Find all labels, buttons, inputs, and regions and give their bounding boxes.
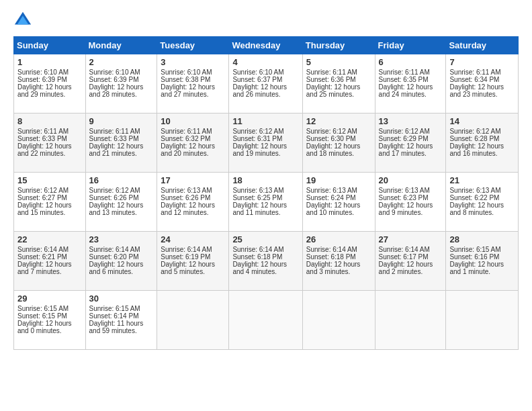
daylight-text: Daylight: 12 hours and 22 minutes.	[17, 142, 72, 157]
sunset-text: Sunset: 6:35 PM	[379, 76, 429, 83]
day-number: 18	[232, 175, 298, 185]
daylight-text: Daylight: 12 hours and 21 minutes.	[89, 142, 144, 157]
daylight-text: Daylight: 12 hours and 11 minutes.	[232, 201, 287, 216]
day-number: 3	[161, 57, 225, 67]
day-number: 4	[232, 57, 298, 67]
calendar-cell: 17 Sunrise: 6:13 AM Sunset: 6:26 PM Dayl…	[157, 173, 229, 232]
col-header-sunday: Sunday	[14, 37, 86, 54]
sunset-text: Sunset: 6:22 PM	[449, 194, 499, 201]
sunrise-text: Sunrise: 6:13 AM	[161, 187, 212, 194]
day-number: 29	[17, 293, 82, 304]
day-number: 5	[306, 57, 371, 67]
day-number: 13	[379, 116, 443, 126]
sunset-text: Sunset: 6:15 PM	[17, 312, 67, 320]
day-number: 15	[17, 175, 82, 185]
day-number: 10	[161, 116, 225, 126]
calendar-cell: 28 Sunrise: 6:15 AM Sunset: 6:16 PM Dayl…	[446, 232, 519, 291]
sunset-text: Sunset: 6:21 PM	[17, 253, 67, 261]
daylight-text: Daylight: 12 hours and 13 minutes.	[89, 201, 144, 216]
calendar-week-0: 1 Sunrise: 6:10 AM Sunset: 6:39 PM Dayli…	[14, 54, 519, 113]
day-number: 21	[449, 175, 515, 185]
calendar-cell: 23 Sunrise: 6:14 AM Sunset: 6:20 PM Dayl…	[85, 232, 157, 291]
sunrise-text: Sunrise: 6:12 AM	[449, 128, 500, 135]
sunrise-text: Sunrise: 6:15 AM	[449, 246, 500, 253]
sunrise-text: Sunrise: 6:14 AM	[232, 246, 283, 253]
calendar-table: SundayMondayTuesdayWednesdayThursdayFrid…	[13, 36, 519, 350]
calendar-cell: 30 Sunrise: 6:15 AM Sunset: 6:14 PM Dayl…	[85, 291, 157, 350]
sunrise-text: Sunrise: 6:11 AM	[306, 68, 357, 76]
calendar-cell: 14 Sunrise: 6:12 AM Sunset: 6:28 PM Dayl…	[446, 113, 519, 173]
daylight-text: Daylight: 12 hours and 26 minutes.	[232, 83, 287, 98]
sunrise-text: Sunrise: 6:15 AM	[17, 305, 69, 312]
daylight-text: Daylight: 12 hours and 3 minutes.	[306, 261, 361, 275]
calendar-week-2: 15 Sunrise: 6:12 AM Sunset: 6:27 PM Dayl…	[14, 173, 519, 232]
calendar-cell: 4 Sunrise: 6:10 AM Sunset: 6:37 PM Dayli…	[229, 54, 302, 113]
sunrise-text: Sunrise: 6:14 AM	[89, 246, 140, 253]
sunrise-text: Sunrise: 6:13 AM	[306, 187, 357, 194]
sunset-text: Sunset: 6:39 PM	[17, 76, 67, 83]
sunrise-text: Sunrise: 6:11 AM	[449, 68, 500, 76]
calendar-cell: 19 Sunrise: 6:13 AM Sunset: 6:24 PM Dayl…	[302, 173, 375, 232]
sunset-text: Sunset: 6:38 PM	[161, 76, 210, 83]
day-number: 8	[17, 116, 82, 126]
sunset-text: Sunset: 6:16 PM	[449, 253, 499, 261]
calendar-cell: 22 Sunrise: 6:14 AM Sunset: 6:21 PM Dayl…	[14, 232, 86, 291]
calendar-cell: 5 Sunrise: 6:11 AM Sunset: 6:36 PM Dayli…	[302, 54, 375, 113]
daylight-text: Daylight: 12 hours and 17 minutes.	[379, 142, 433, 157]
sunrise-text: Sunrise: 6:10 AM	[232, 68, 283, 76]
calendar-cell: 29 Sunrise: 6:15 AM Sunset: 6:15 PM Dayl…	[14, 291, 86, 350]
day-number: 2	[89, 57, 154, 67]
calendar-cell: 7 Sunrise: 6:11 AM Sunset: 6:34 PM Dayli…	[446, 54, 519, 113]
calendar-cell: 10 Sunrise: 6:11 AM Sunset: 6:32 PM Dayl…	[157, 113, 229, 173]
day-number: 12	[306, 116, 371, 126]
day-number: 28	[449, 234, 515, 244]
sunrise-text: Sunrise: 6:12 AM	[306, 128, 357, 135]
sunset-text: Sunset: 6:39 PM	[89, 76, 139, 83]
day-number: 6	[379, 57, 443, 67]
sunset-text: Sunset: 6:29 PM	[379, 135, 429, 142]
daylight-text: Daylight: 12 hours and 12 minutes.	[161, 201, 215, 216]
daylight-text: Daylight: 12 hours and 0 minutes.	[17, 320, 72, 334]
calendar-cell: 13 Sunrise: 6:12 AM Sunset: 6:29 PM Dayl…	[375, 113, 446, 173]
sunrise-text: Sunrise: 6:11 AM	[161, 128, 212, 135]
sunrise-text: Sunrise: 6:14 AM	[17, 246, 69, 253]
calendar-cell: 18 Sunrise: 6:13 AM Sunset: 6:25 PM Dayl…	[229, 173, 302, 232]
sunrise-text: Sunrise: 6:14 AM	[379, 246, 430, 253]
daylight-text: Daylight: 12 hours and 6 minutes.	[89, 261, 144, 275]
daylight-text: Daylight: 12 hours and 24 minutes.	[379, 83, 433, 98]
calendar-cell	[229, 291, 302, 350]
calendar-cell: 27 Sunrise: 6:14 AM Sunset: 6:17 PM Dayl…	[375, 232, 446, 291]
sunset-text: Sunset: 6:36 PM	[306, 76, 356, 83]
page: SundayMondayTuesdayWednesdayThursdayFrid…	[0, 0, 532, 411]
sunset-text: Sunset: 6:18 PM	[232, 253, 282, 261]
day-number: 24	[161, 234, 225, 244]
sunset-text: Sunset: 6:33 PM	[17, 135, 67, 142]
sunrise-text: Sunrise: 6:12 AM	[379, 128, 430, 135]
daylight-text: Daylight: 12 hours and 5 minutes.	[161, 261, 215, 275]
calendar-cell: 3 Sunrise: 6:10 AM Sunset: 6:38 PM Dayli…	[157, 54, 229, 113]
calendar-cell	[157, 291, 229, 350]
calendar-cell: 26 Sunrise: 6:14 AM Sunset: 6:18 PM Dayl…	[302, 232, 375, 291]
sunset-text: Sunset: 6:14 PM	[89, 312, 139, 320]
calendar-week-3: 22 Sunrise: 6:14 AM Sunset: 6:21 PM Dayl…	[14, 232, 519, 291]
calendar-cell: 2 Sunrise: 6:10 AM Sunset: 6:39 PM Dayli…	[85, 54, 157, 113]
day-number: 17	[161, 175, 225, 185]
day-number: 27	[379, 234, 443, 244]
day-number: 9	[89, 116, 154, 126]
header	[13, 11, 519, 30]
daylight-text: Daylight: 12 hours and 1 minute.	[449, 261, 504, 275]
sunrise-text: Sunrise: 6:11 AM	[17, 128, 69, 135]
day-number: 19	[306, 175, 371, 185]
sunrise-text: Sunrise: 6:13 AM	[379, 187, 430, 194]
sunrise-text: Sunrise: 6:13 AM	[232, 187, 283, 194]
calendar-cell	[302, 291, 375, 350]
day-number: 22	[17, 234, 82, 244]
sunset-text: Sunset: 6:25 PM	[232, 194, 282, 201]
sunset-text: Sunset: 6:17 PM	[379, 253, 429, 261]
col-header-wednesday: Wednesday	[229, 37, 302, 54]
daylight-text: Daylight: 12 hours and 23 minutes.	[449, 83, 504, 98]
daylight-text: Daylight: 12 hours and 19 minutes.	[232, 142, 287, 157]
day-number: 25	[232, 234, 298, 244]
day-number: 1	[17, 57, 82, 67]
sunset-text: Sunset: 6:24 PM	[306, 194, 356, 201]
